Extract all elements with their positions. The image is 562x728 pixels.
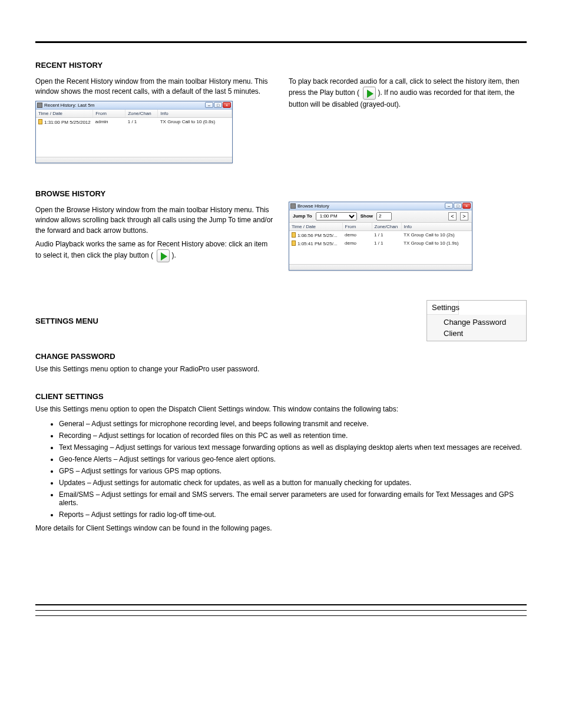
close-button[interactable]: × <box>462 203 471 209</box>
col-from[interactable]: From <box>342 223 372 231</box>
heading-recent-history: RECENT HISTORY <box>35 61 527 70</box>
change-password-text: Use this Settings menu option to change … <box>35 364 527 374</box>
tx-icon <box>38 119 42 124</box>
recent-history-window: Recent History: Last 5m – □ × Time / Dat… <box>35 101 233 163</box>
heading-settings-menu: SETTINGS MENU <box>35 317 363 325</box>
tx-icon <box>292 241 296 246</box>
col-zonechan[interactable]: Zone/Chan <box>372 223 401 231</box>
client-settings-list: General – Adjust settings for microphone… <box>59 420 527 519</box>
list-item: GPS – Adjust settings for various GPS ma… <box>59 467 527 475</box>
prev-button[interactable]: < <box>448 212 457 220</box>
table-row[interactable]: 1:06:56 PM 5/25/... demo 1 / 1 TX Group … <box>289 230 472 239</box>
recent-history-intro: Open the Recent History window from the … <box>35 77 273 97</box>
table-row[interactable]: 1:31:00 PM 5/25/2012 admin 1 / 1 TX Grou… <box>36 117 232 126</box>
browse-toolbar: Jump To 1:00 PM Show < > <box>289 210 472 223</box>
app-icon <box>290 203 296 209</box>
list-item: Reports – Adjust settings for radio log-… <box>59 510 527 519</box>
status-bar <box>36 157 232 163</box>
next-button[interactable]: > <box>460 212 468 220</box>
maximize-button[interactable]: □ <box>214 102 222 108</box>
maximize-button[interactable]: □ <box>454 203 462 209</box>
menu-item-change-password[interactable]: Change Password <box>427 317 526 328</box>
status-bar <box>289 264 472 270</box>
jump-to-label: Jump To <box>293 213 312 219</box>
browse-history-table: Time / Date From Zone/Chan Info 1:06:56 … <box>289 223 472 264</box>
browse-history-playback: Audio Playback works the same as for Rec… <box>35 239 273 262</box>
client-settings-intro: Use this Settings menu option to open th… <box>35 404 527 414</box>
recent-history-playback: To play back recorded audio for a call, … <box>289 77 527 110</box>
close-button[interactable]: × <box>223 102 231 108</box>
menu-item-client[interactable]: Client <box>427 328 526 339</box>
heading-client-settings: CLIENT SETTINGS <box>35 392 527 401</box>
browse-history-window: Browse History – □ × Jump To 1:00 PM Sho… <box>289 202 472 271</box>
jump-to-select[interactable]: 1:00 PM <box>316 212 357 220</box>
list-item: Updates – Adjust settings for automatic … <box>59 479 527 487</box>
bottom-rule-2 <box>35 610 527 611</box>
list-item: Recording – Adjust settings for location… <box>59 431 527 440</box>
play-button-icon[interactable] <box>157 249 170 262</box>
minimize-button[interactable]: – <box>205 102 213 108</box>
minimize-button[interactable]: – <box>445 203 453 209</box>
list-item: General – Adjust settings for microphone… <box>59 420 527 428</box>
col-zonechan[interactable]: Zone/Chan <box>125 110 158 118</box>
tx-icon <box>292 232 296 238</box>
col-time[interactable]: Time / Date <box>289 223 342 231</box>
list-item: Text Messaging – Adjust settings for var… <box>59 443 527 452</box>
col-info[interactable]: Info <box>401 223 472 231</box>
settings-menu-mock: Settings Change Password Client <box>427 300 527 341</box>
settings-menu-head[interactable]: Settings <box>427 301 459 315</box>
window-title: Recent History: Last 5m <box>44 103 94 108</box>
window-title: Browse History <box>297 203 329 209</box>
list-item: Geo-fence Alerts – Adjust settings for v… <box>59 455 527 463</box>
browse-history-intro: Open the Browse History window from the … <box>35 205 273 236</box>
table-row[interactable]: 1:05:41 PM 5/25/... demo 1 / 1 TX Group … <box>289 239 472 248</box>
recent-history-table: Time / Date From Zone/Chan Info 1:31:00 … <box>36 110 232 157</box>
show-input[interactable] <box>376 212 392 220</box>
col-info[interactable]: Info <box>158 110 232 118</box>
heading-change-password: CHANGE PASSWORD <box>35 352 527 361</box>
bottom-rule-1 <box>35 604 527 605</box>
bottom-rule-3 <box>35 615 527 616</box>
heading-browse-history: BROWSE HISTORY <box>35 189 527 198</box>
list-item: Email/SMS – Adjust settings for email an… <box>59 490 527 507</box>
play-button-icon[interactable] <box>363 87 376 100</box>
show-label: Show <box>361 213 373 219</box>
col-from[interactable]: From <box>93 110 125 118</box>
top-rule <box>35 41 527 43</box>
client-settings-more: More details for Client Settings window … <box>35 523 527 533</box>
app-icon <box>37 103 42 108</box>
col-time[interactable]: Time / Date <box>36 110 93 118</box>
